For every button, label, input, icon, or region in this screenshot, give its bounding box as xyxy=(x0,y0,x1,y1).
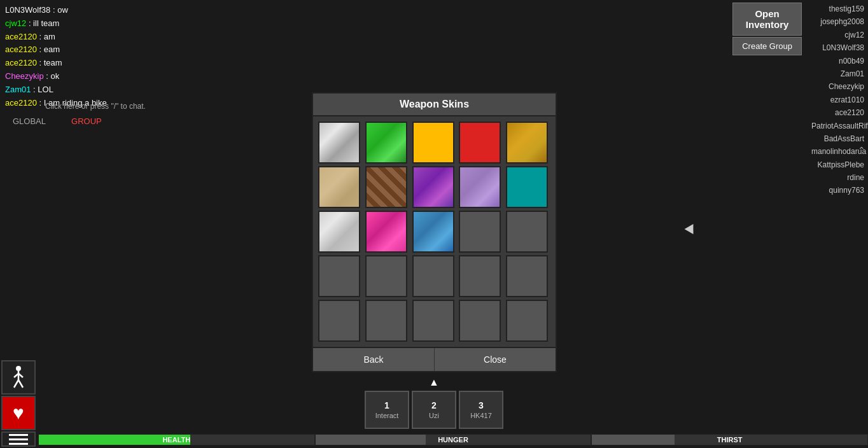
skin-pink[interactable] xyxy=(365,211,407,253)
open-inventory-button[interactable]: OpenInventory xyxy=(732,3,802,36)
skin-empty-6[interactable] xyxy=(459,255,501,297)
hotbar-slot-1-label: Interact xyxy=(375,412,399,419)
chat-line: Cheezykip : ok xyxy=(5,70,186,83)
chat-line: cjw12 : ill team xyxy=(5,17,186,31)
player-list-item: thestig159 xyxy=(811,3,864,15)
skin-purple[interactable] xyxy=(412,166,454,208)
menu-line xyxy=(9,438,28,440)
health-bar: HEALTH xyxy=(38,434,315,445)
hotbar-slot-2-number: 2 xyxy=(431,400,437,410)
skin-empty-9[interactable] xyxy=(365,300,407,342)
bottom-left-icons: ♥ xyxy=(0,359,38,448)
chat-username: ace2120 xyxy=(5,58,37,67)
chat-line: ace2120 : eam xyxy=(5,43,186,57)
thirst-bar-fill xyxy=(592,435,675,445)
health-bar-fill xyxy=(39,435,190,445)
skins-grid xyxy=(313,116,556,347)
player-list-item: josephg2008 xyxy=(811,15,864,28)
hotbar: ▲ 1 Interact 2 Uzi 3 HK417 xyxy=(365,377,503,429)
skin-empty-11[interactable] xyxy=(459,300,501,342)
chat-username: Cheezykip xyxy=(5,71,44,81)
player-list-item: Zam01 xyxy=(811,67,864,80)
player-list-item: ace2120 xyxy=(811,106,864,119)
svg-point-0 xyxy=(16,366,21,371)
player-list-item: quinny763 xyxy=(811,184,864,197)
hotbar-slot-1-number: 1 xyxy=(384,400,389,410)
skin-marble[interactable] xyxy=(318,122,360,164)
svg-line-4 xyxy=(14,380,18,388)
skin-empty-3[interactable] xyxy=(318,255,360,297)
svg-line-5 xyxy=(18,380,23,388)
menu-line xyxy=(9,443,28,445)
hunger-bar-wrap: HUNGER xyxy=(315,431,592,448)
thirst-bar: THIRST xyxy=(591,434,868,445)
close-button[interactable]: Close xyxy=(435,348,556,371)
chat-username: Zam01 xyxy=(5,85,31,94)
skin-yellow[interactable] xyxy=(412,122,454,164)
menu-line xyxy=(9,434,28,436)
player-list: thestig159 josephg2008 cjw12 L0N3Wolf38 … xyxy=(808,0,868,200)
skin-teal[interactable] xyxy=(506,166,548,208)
hotbar-up-arrow[interactable]: ▲ xyxy=(429,377,439,388)
chat-line: ace2120 : am xyxy=(5,31,186,44)
modal-footer: Back Close xyxy=(313,347,556,371)
hunger-label: HUNGER xyxy=(438,436,468,444)
thirst-label: THIRST xyxy=(717,436,743,444)
back-button[interactable]: Back xyxy=(313,348,435,371)
player-list-item: BadAssBart xyxy=(811,132,864,145)
player-list-item: manolinhodarua xyxy=(811,145,864,158)
hunger-bar: HUNGER xyxy=(315,434,592,445)
skin-red[interactable] xyxy=(459,122,501,164)
heart-icon: ♥ xyxy=(1,396,36,430)
chat-username: cjw12 xyxy=(5,18,26,28)
skin-white-marble[interactable] xyxy=(318,211,360,253)
chat-line: Zam01 : LOL xyxy=(5,83,186,97)
chat-line: L0N3Wolf38 : ow xyxy=(5,4,186,17)
create-group-button[interactable]: Create Group xyxy=(732,37,802,55)
chat-hint[interactable]: Click here or press "/" to chat. xyxy=(0,102,191,111)
skin-green[interactable] xyxy=(365,122,407,164)
chat-username: ace2120 xyxy=(5,32,37,41)
player-list-item: PatriotAssaultRifle2 xyxy=(811,120,864,132)
skin-empty-2[interactable] xyxy=(506,211,548,253)
status-bars: HEALTH HUNGER THIRST xyxy=(38,431,868,448)
skin-empty-4[interactable] xyxy=(365,255,407,297)
skin-empty-8[interactable] xyxy=(318,300,360,342)
menu-icon[interactable] xyxy=(1,431,36,447)
scroll-up-icon[interactable]: ⌃ xyxy=(858,145,865,155)
hotbar-slot-1[interactable]: 1 Interact xyxy=(365,391,409,429)
skin-light-purple[interactable] xyxy=(459,166,501,208)
thirst-bar-wrap: THIRST xyxy=(591,431,868,448)
tab-global[interactable]: GLOBAL xyxy=(0,115,59,128)
weapon-skins-modal: Weapon Skins Back Close xyxy=(312,92,557,372)
player-list-item: ezrat1010 xyxy=(811,94,864,106)
hotbar-slot-3[interactable]: 3 HK417 xyxy=(459,391,503,429)
top-right-buttons: OpenInventory Create Group xyxy=(730,0,804,58)
cursor-pointer xyxy=(685,224,698,237)
skin-golden[interactable] xyxy=(506,122,548,164)
skin-empty-7[interactable] xyxy=(506,255,548,297)
hotbar-slot-3-label: HK417 xyxy=(470,412,492,419)
hunger-bar-fill xyxy=(316,435,426,445)
skin-blue[interactable] xyxy=(412,211,454,253)
skin-tan[interactable] xyxy=(318,166,360,208)
hotbar-slot-2[interactable]: 2 Uzi xyxy=(412,391,456,429)
skin-empty-12[interactable] xyxy=(506,300,548,342)
skin-diamond[interactable] xyxy=(365,166,407,208)
skin-empty-1[interactable] xyxy=(459,211,501,253)
tab-group[interactable]: GROUP xyxy=(59,115,115,128)
skin-empty-5[interactable] xyxy=(412,255,454,297)
chat-area: L0N3Wolf38 : ow cjw12 : ill team ace2120… xyxy=(0,0,191,113)
player-list-item: Cheezykip xyxy=(811,80,864,93)
chat-line: ace2120 : team xyxy=(5,57,186,70)
chat-username: ace2120 xyxy=(5,45,37,54)
hotbar-slot-3-number: 3 xyxy=(479,400,484,410)
player-list-item: KattpissPlebe rdine xyxy=(811,158,864,185)
skin-empty-10[interactable] xyxy=(412,300,454,342)
player-list-item: cjw12 xyxy=(811,29,864,41)
player-list-item: n00b49 xyxy=(811,55,864,67)
player-list-item: L0N3Wolf38 xyxy=(811,41,864,54)
walk-icon[interactable] xyxy=(1,360,36,395)
hotbar-items: 1 Interact 2 Uzi 3 HK417 xyxy=(365,391,503,429)
health-bar-wrap: HEALTH xyxy=(38,431,315,448)
